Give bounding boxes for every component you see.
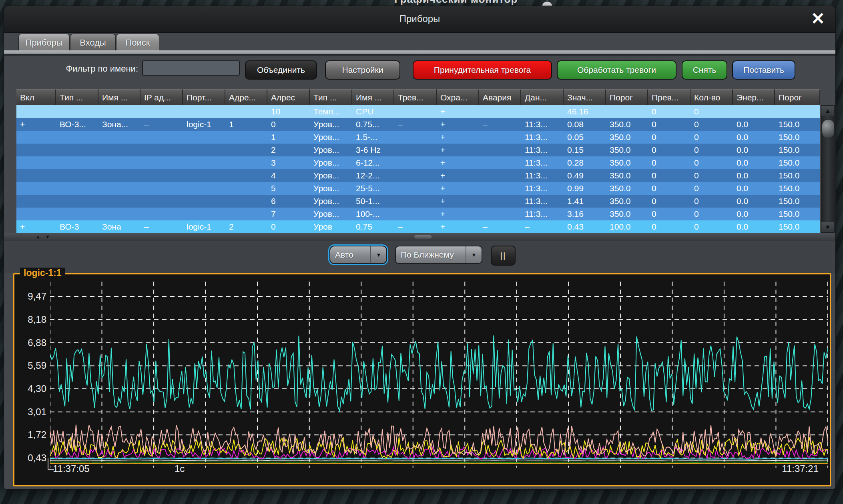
table-header[interactable]: ВклТип ...Имя ...IP ад...Порт...Адре...А… (16, 89, 820, 105)
table-cell (16, 195, 56, 208)
table-cell (394, 169, 437, 182)
table-cell: 350.0 (606, 182, 648, 195)
tab-devices[interactable]: Приборы (18, 34, 70, 52)
table-cell: 0 (690, 195, 733, 208)
table-cell: 150.0 (775, 182, 820, 195)
table-cell: – (479, 118, 521, 131)
tab-strip-line (4, 54, 835, 56)
table-cell: 2 (225, 220, 267, 233)
table-cell: – (140, 220, 183, 233)
filter-label: Фильтр по имени: (28, 64, 138, 74)
table-row[interactable]: 5Уров...25-5...+11:3...0.99350.0000.0150… (16, 182, 820, 195)
table-cell: 11:3... (521, 208, 564, 220)
splitter-down-icon[interactable]: ▼ (45, 234, 50, 240)
column-header[interactable]: IP ад... (140, 89, 183, 105)
column-header[interactable]: Дан... (521, 89, 564, 105)
table-cell (183, 208, 225, 220)
column-header[interactable]: Кол-во (690, 89, 733, 105)
table-cell: 150.0 (775, 169, 820, 182)
scrollbar-thumb[interactable] (822, 119, 835, 138)
merge-button[interactable]: Объединить (245, 60, 317, 80)
x-axis-start-label: 11:37:05 (53, 463, 90, 474)
y-tick-label: 3,01 (16, 406, 46, 418)
column-header[interactable]: Порог (606, 89, 648, 105)
table-cell (183, 182, 225, 195)
table-cell: 0.0 (733, 169, 775, 182)
scale-select[interactable]: Авто ▼ (329, 246, 387, 264)
mode-select[interactable]: По Ближнему ▼ (395, 246, 482, 264)
table-cell: 0.05 (564, 131, 606, 144)
table-row[interactable]: 6Уров...50-1...+11:3...1.41350.0000.0150… (16, 195, 820, 208)
table-cell: 11:3... (521, 131, 564, 144)
pause-button[interactable]: || (491, 246, 516, 266)
column-header[interactable]: Прев... (648, 89, 690, 105)
process-alarms-button[interactable]: Обработать тревоги (557, 60, 676, 80)
series-flat-green (50, 462, 828, 462)
table-cell: + (437, 118, 479, 131)
y-tick-label: 4,30 (16, 383, 46, 394)
table-cell: 0 (690, 156, 733, 169)
table-cell (225, 131, 267, 144)
column-header[interactable]: Адре... (225, 89, 267, 105)
splitter-up-icon[interactable]: ▲ (36, 234, 40, 240)
column-header[interactable]: Тип ... (56, 89, 98, 105)
table-cell: + (437, 105, 479, 118)
column-header[interactable]: Вкл (16, 89, 56, 105)
table-row[interactable]: 3Уров...6-12...+11:3...0.28350.0000.0150… (16, 156, 820, 169)
tab-inputs[interactable]: Входы (70, 34, 116, 52)
table-row[interactable]: 2Уров...3-6 Hz+11:3...0.15350.0000.0150.… (16, 144, 820, 156)
table-cell: ВО-3 (56, 220, 98, 233)
table-cell: Зона (98, 220, 140, 233)
table-cell: – (479, 220, 521, 233)
column-header[interactable]: Порог (775, 89, 820, 105)
disarm-button[interactable]: Снять (682, 60, 727, 80)
table-cell (394, 156, 437, 169)
table-cell: Уров (310, 220, 352, 233)
table-cell: + (437, 144, 479, 156)
table-cell (98, 144, 140, 156)
forced-alarm-button[interactable]: Принудительная тревога (413, 60, 552, 80)
table-row[interactable]: 7Уров...100-...+11:3...3.16350.0000.0150… (16, 208, 820, 220)
y-tick-label: 8,18 (16, 314, 46, 325)
table-cell: 0 (690, 131, 733, 144)
filter-input[interactable] (142, 60, 240, 76)
table-cell: 0.28 (564, 156, 606, 169)
column-header[interactable]: Знач... (564, 89, 606, 105)
tab-search[interactable]: Поиск (116, 34, 159, 52)
splitter-grip[interactable] (414, 235, 432, 239)
column-header[interactable]: Авария (479, 89, 521, 105)
column-header[interactable]: Трев... (394, 89, 437, 105)
table-vertical-scrollbar[interactable]: ▲ ▼ (821, 105, 835, 233)
table-row[interactable]: 4Уров...12-2...+11:3...0.49350.0000.0150… (16, 169, 820, 182)
table-cell (56, 195, 98, 208)
column-header[interactable]: Имя ... (352, 89, 394, 105)
table-cell: 0 (690, 144, 733, 156)
table-cell (183, 169, 225, 182)
column-header[interactable]: Тип ... (310, 89, 352, 105)
table-cell (140, 144, 183, 156)
table-cell (16, 169, 56, 182)
column-header[interactable]: Порт... (183, 89, 225, 105)
table-cell: CPU (352, 105, 394, 118)
close-icon[interactable]: ✕ (811, 10, 825, 28)
settings-button[interactable]: Настройки (325, 60, 400, 80)
column-header[interactable]: Охра... (437, 89, 479, 105)
table-row[interactable]: +ВО-3Зона–logic-120Уров0.75–+––0.43100.0… (16, 220, 820, 233)
scroll-up-icon[interactable]: ▲ (821, 106, 834, 116)
table-cell: 3 (267, 156, 310, 169)
table-row[interactable]: +ВО-3...Зона...–logic-110Уров...0.75...–… (16, 118, 820, 131)
table-cell: 0 (648, 169, 690, 182)
table-row[interactable]: 1Уров...1.5-...+11:3...0.05350.0000.0150… (16, 131, 820, 144)
table-cell (16, 182, 56, 195)
table-body[interactable]: 10Темп...CPU+46.1600+ВО-3...Зона...–logi… (16, 105, 820, 233)
table-row[interactable]: 10Темп...CPU+46.1600 (16, 105, 820, 118)
table-cell: 0.0 (733, 118, 775, 131)
column-header[interactable]: Энер... (733, 89, 775, 105)
column-header[interactable]: Алрес (267, 89, 310, 105)
arm-button[interactable]: Поставить (732, 60, 795, 80)
table-cell: 1 (267, 131, 310, 144)
column-header[interactable]: Имя ... (98, 89, 140, 105)
y-tick-label: 5,59 (16, 360, 46, 371)
scroll-down-icon[interactable]: ▼ (821, 222, 834, 232)
table-cell: 0 (648, 182, 690, 195)
